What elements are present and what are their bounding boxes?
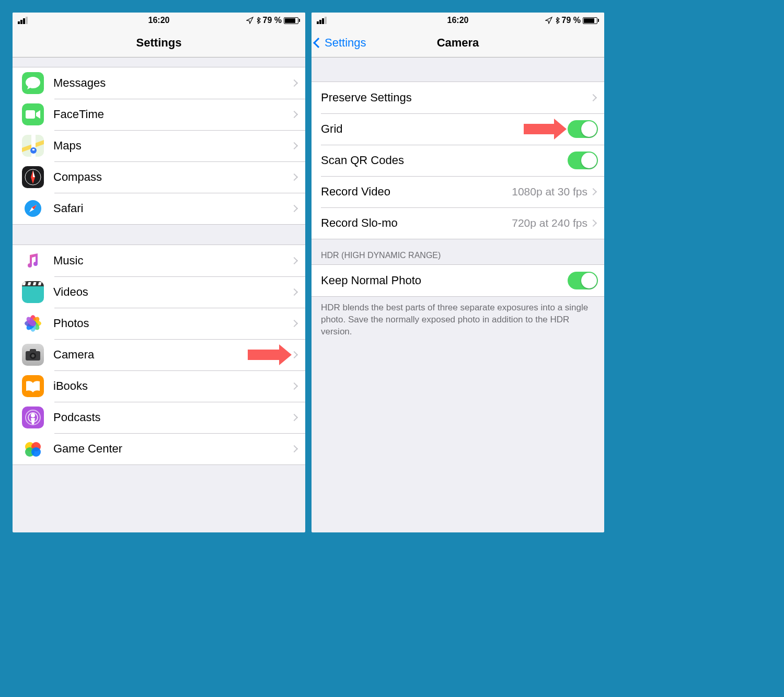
row-maps[interactable]: Maps	[13, 130, 305, 161]
camera-settings-screen: 16:20 79 % Settings Camera Preserve Sett…	[312, 13, 604, 532]
bluetooth-icon	[555, 17, 560, 24]
chevron-right-icon	[291, 111, 298, 118]
row-photos[interactable]: Photos	[13, 308, 305, 339]
chevron-right-icon	[291, 445, 298, 452]
row-messages[interactable]: Messages	[13, 67, 305, 99]
location-icon	[246, 17, 253, 24]
row-label: Keep Normal Photo	[321, 274, 568, 287]
row-label: Videos	[53, 285, 292, 299]
status-bar: 16:20 79 %	[312, 13, 604, 28]
row-grid[interactable]: Grid	[312, 113, 604, 145]
row-label: Podcasts	[53, 411, 292, 424]
svg-point-31	[31, 447, 41, 457]
row-videos[interactable]: Videos	[13, 276, 305, 308]
status-bar: 16:20 79 %	[13, 13, 305, 28]
safari-icon	[22, 198, 44, 219]
hdr-section-header: HDR (High Dynamic Range)	[312, 239, 604, 264]
location-icon	[545, 17, 552, 24]
chevron-right-icon	[590, 219, 597, 227]
row-music[interactable]: Music	[13, 245, 305, 276]
row-label: Safari	[53, 202, 292, 215]
row-compass[interactable]: Compass	[13, 161, 305, 193]
row-qr[interactable]: Scan QR Codes	[312, 145, 604, 176]
nav-bar: Settings	[13, 28, 305, 57]
chevron-right-icon	[291, 173, 298, 181]
row-podcasts[interactable]: Podcasts	[13, 402, 305, 433]
svg-point-24	[31, 354, 34, 357]
row-facetime[interactable]: FaceTime	[13, 99, 305, 130]
row-keep-normal[interactable]: Keep Normal Photo	[312, 265, 604, 296]
row-label: Compass	[53, 170, 292, 184]
page-title: Camera	[437, 36, 479, 50]
compass-icon	[22, 166, 44, 188]
chevron-right-icon	[590, 94, 597, 101]
chevron-right-icon	[291, 288, 298, 296]
svg-rect-0	[26, 110, 35, 119]
signal-icon	[317, 17, 327, 24]
row-record-video[interactable]: Record Video 1080p at 30 fps	[312, 176, 604, 207]
qr-toggle[interactable]	[568, 152, 598, 169]
maps-icon	[22, 135, 44, 157]
messages-icon	[22, 72, 44, 94]
gamecenter-icon	[22, 438, 44, 460]
chevron-right-icon	[291, 205, 298, 212]
row-label: Maps	[53, 139, 292, 153]
row-label: Game Center	[53, 442, 292, 456]
photos-icon	[22, 312, 44, 334]
settings-screen: 16:20 79 % Settings Messages FaceTime Ma…	[13, 13, 305, 532]
chevron-right-icon	[291, 320, 298, 327]
row-label: Preserve Settings	[321, 91, 591, 104]
settings-group-2: Music Videos Photos Camera iBooks	[13, 245, 305, 465]
row-preserve[interactable]: Preserve Settings	[312, 82, 604, 113]
row-label: Camera	[53, 348, 292, 362]
back-label: Settings	[325, 36, 366, 50]
back-button[interactable]: Settings	[315, 36, 366, 50]
row-detail: 1080p at 30 fps	[512, 185, 587, 198]
battery-icon	[583, 17, 599, 24]
facetime-icon	[22, 103, 44, 125]
row-record-slomo[interactable]: Record Slo-mo 720p at 240 fps	[312, 207, 604, 239]
row-label: Photos	[53, 317, 292, 330]
chevron-right-icon	[590, 188, 597, 195]
row-label: Messages	[53, 76, 292, 90]
chevron-right-icon	[291, 351, 298, 358]
bluetooth-icon	[256, 17, 261, 24]
row-label: Music	[53, 254, 292, 268]
podcasts-icon	[22, 406, 44, 428]
row-ibooks[interactable]: iBooks	[13, 370, 305, 402]
ibooks-icon	[22, 375, 44, 397]
row-detail: 720p at 240 fps	[512, 217, 587, 229]
page-title: Settings	[136, 36, 182, 50]
chevron-right-icon	[291, 414, 298, 421]
signal-icon	[18, 17, 28, 24]
row-label: Scan QR Codes	[321, 154, 568, 167]
row-safari[interactable]: Safari	[13, 193, 305, 224]
svg-rect-22	[30, 349, 36, 352]
row-label: Grid	[321, 122, 568, 136]
battery-icon	[284, 17, 300, 24]
row-label: Record Slo-mo	[321, 216, 512, 230]
videos-icon	[22, 281, 44, 303]
battery-pct: 79 %	[263, 16, 282, 25]
camera-group-hdr: Keep Normal Photo	[312, 264, 604, 297]
keep-normal-toggle[interactable]	[568, 272, 598, 289]
row-gamecenter[interactable]: Game Center	[13, 433, 305, 464]
camera-icon	[22, 344, 44, 366]
svg-rect-12	[22, 286, 44, 303]
grid-toggle[interactable]	[568, 120, 598, 138]
chevron-left-icon	[313, 38, 324, 48]
camera-group-1: Preserve Settings Grid Scan QR Codes Rec…	[312, 82, 604, 239]
svg-point-27	[31, 413, 35, 417]
row-label: FaceTime	[53, 108, 292, 121]
svg-rect-3	[32, 149, 34, 150]
row-label: Record Video	[321, 185, 512, 199]
chevron-right-icon	[291, 79, 298, 87]
chevron-right-icon	[291, 257, 298, 264]
row-camera[interactable]: Camera	[13, 339, 305, 370]
hdr-section-footer: HDR blends the best parts of three separ…	[312, 297, 604, 343]
music-icon	[22, 250, 44, 272]
battery-pct: 79 %	[562, 16, 581, 25]
chevron-right-icon	[291, 382, 298, 390]
nav-bar: Settings Camera	[312, 28, 604, 57]
settings-group-1: Messages FaceTime Maps Compass Safari	[13, 67, 305, 225]
